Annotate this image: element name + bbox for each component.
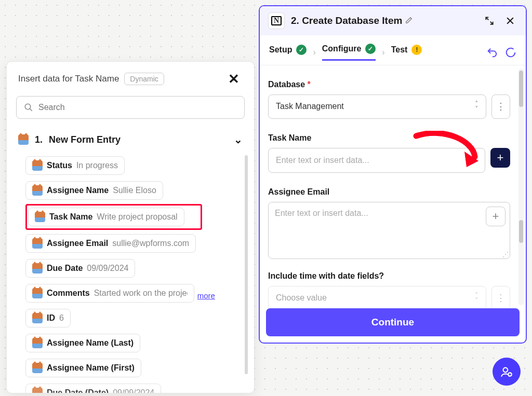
scrollbar-thumb[interactable] bbox=[519, 220, 523, 243]
expand-icon[interactable] bbox=[482, 16, 497, 26]
wpforms-icon bbox=[32, 363, 43, 373]
step-setup[interactable]: Setup ✓ bbox=[269, 45, 307, 60]
wpforms-icon bbox=[32, 238, 43, 249]
assignee-email-placeholder: Enter text or insert data... bbox=[275, 209, 368, 217]
field-chip-task-name[interactable]: Task NameWrite project proposal bbox=[28, 208, 184, 226]
step-label: Setup bbox=[269, 45, 292, 54]
resize-handle-icon[interactable]: ⋰ bbox=[502, 252, 508, 256]
wpforms-icon bbox=[32, 160, 43, 171]
wpforms-icon bbox=[18, 134, 29, 145]
field-name: Assignee Name (Last) bbox=[47, 338, 134, 348]
field-value: Sullie Eloso bbox=[113, 186, 156, 195]
scrollbar-thumb[interactable] bbox=[519, 71, 523, 107]
config-title: 2. Create Database Item bbox=[291, 15, 476, 26]
wpforms-icon bbox=[35, 212, 45, 222]
field-chip-comments[interactable]: CommentsStarted work on the project bbox=[25, 284, 194, 303]
continue-button[interactable]: Continue bbox=[266, 308, 520, 336]
configure-step-panel: N 2. Create Database Item Setup ✓ › Conf… bbox=[259, 5, 527, 344]
step-label: Configure bbox=[322, 44, 362, 53]
database-options-button[interactable]: ⋮ bbox=[491, 94, 510, 119]
step-label: Test bbox=[391, 45, 408, 54]
field-value: Started work on the project bbox=[94, 289, 188, 298]
wpforms-icon bbox=[32, 263, 43, 274]
field-chip-due-date[interactable]: Due Date09/09/2024 bbox=[25, 259, 135, 278]
svg-line-1 bbox=[30, 108, 32, 111]
field-chip-assignee-last[interactable]: Assignee Name (Last) bbox=[25, 334, 140, 352]
database-select[interactable]: Task Management ˄˅ bbox=[268, 94, 486, 119]
config-body: Database * Task Management ˄˅ ⋮ Task Nam… bbox=[260, 65, 526, 308]
close-icon[interactable] bbox=[503, 16, 517, 26]
assignee-email-label: Assignee Email bbox=[268, 187, 510, 197]
insert-panel-header: Insert data for Task Name Dynamic ✕ bbox=[7, 62, 254, 93]
field-name: Due Date (Date) bbox=[47, 388, 109, 393]
database-label: Database * bbox=[268, 80, 510, 89]
edit-pencil-icon[interactable] bbox=[405, 17, 413, 25]
field-chip-id[interactable]: ID6 bbox=[25, 309, 71, 327]
fields-list: StatusIn progress Assignee NameSullie El… bbox=[7, 153, 254, 393]
scrollbar-track[interactable] bbox=[518, 69, 524, 305]
step-test[interactable]: Test ! bbox=[391, 45, 422, 60]
config-step-title: Create Database Item bbox=[302, 15, 402, 26]
config-step-number: 2. bbox=[291, 15, 299, 26]
field-chip-assignee-name[interactable]: Assignee NameSullie Eloso bbox=[25, 181, 163, 200]
field-name: Assignee Email bbox=[47, 239, 108, 248]
help-fab-button[interactable] bbox=[493, 358, 521, 386]
config-form: Database * Task Management ˄˅ ⋮ Task Nam… bbox=[260, 65, 526, 308]
field-chip-status[interactable]: StatusIn progress bbox=[25, 156, 125, 175]
field-chip-due-date-date[interactable]: Due Date (Date)09/09/2024 bbox=[25, 384, 161, 393]
insert-data-panel: Insert data for Task Name Dynamic ✕ 1. N… bbox=[6, 61, 255, 393]
field-name: Assignee Name (First) bbox=[47, 363, 135, 373]
refresh-icon[interactable] bbox=[505, 47, 516, 58]
field-chip-assignee-first[interactable]: Assignee Name (First) bbox=[25, 359, 141, 377]
include-time-placeholder: Choose value bbox=[276, 293, 327, 303]
field-value: sullie@wpforms.com bbox=[112, 239, 189, 248]
highlighted-field: Task NameWrite project proposal bbox=[25, 204, 202, 230]
search-input-box[interactable] bbox=[16, 96, 245, 119]
wpforms-icon bbox=[32, 288, 43, 298]
chat-help-icon bbox=[500, 365, 513, 378]
field-group-header[interactable]: 1. New Form Entry ⌄ bbox=[7, 128, 254, 153]
assignee-email-input[interactable]: Enter text or insert data... + ⋰ bbox=[268, 202, 510, 259]
chevron-down-icon: ⌄ bbox=[234, 133, 243, 146]
check-icon: ✓ bbox=[296, 45, 307, 55]
dynamic-badge[interactable]: Dynamic bbox=[124, 73, 164, 85]
check-icon: ✓ bbox=[365, 44, 376, 54]
field-value: 6 bbox=[59, 313, 64, 323]
field-name: ID bbox=[47, 313, 55, 323]
select-caret-icon: ˄˅ bbox=[475, 293, 478, 304]
step-configure[interactable]: Configure ✓ bbox=[322, 44, 376, 61]
field-chip-assignee-email[interactable]: Assignee Emailsullie@wpforms.com bbox=[25, 234, 196, 253]
include-time-label: Include time with date fields? bbox=[268, 271, 510, 281]
steps-bar: Setup ✓ › Configure ✓ › Test ! bbox=[260, 35, 526, 65]
field-value: Write project proposal bbox=[97, 212, 177, 222]
wpforms-icon bbox=[32, 185, 43, 196]
include-time-select[interactable]: Choose value ˄˅ bbox=[268, 286, 486, 308]
wpforms-icon bbox=[32, 388, 43, 393]
field-value: 09/09/2024 bbox=[87, 264, 128, 273]
field-name: Due Date bbox=[47, 264, 83, 273]
insert-data-button[interactable]: + bbox=[490, 148, 510, 168]
field-name: Comments bbox=[47, 289, 90, 298]
field-name: Task Name bbox=[49, 212, 92, 222]
config-header: N 2. Create Database Item bbox=[260, 6, 526, 35]
select-caret-icon: ˄˅ bbox=[475, 101, 478, 112]
wpforms-icon bbox=[32, 338, 43, 348]
field-value: In progress bbox=[76, 161, 118, 170]
warn-icon: ! bbox=[411, 45, 422, 55]
group-index: 1. bbox=[35, 134, 43, 145]
close-icon[interactable]: ✕ bbox=[225, 71, 243, 87]
database-value: Task Management bbox=[276, 102, 344, 111]
svg-point-4 bbox=[503, 367, 508, 372]
search-input[interactable] bbox=[38, 103, 237, 112]
undo-icon[interactable] bbox=[486, 47, 498, 58]
group-label: New Form Entry bbox=[49, 134, 121, 145]
more-link[interactable]: more bbox=[197, 291, 215, 300]
task-name-input[interactable]: Enter text or insert data... bbox=[268, 148, 485, 173]
task-name-label: Task Name bbox=[268, 133, 510, 143]
insert-panel-title: Insert data for Task Name bbox=[18, 74, 119, 84]
include-time-options-button[interactable]: ⋮ bbox=[491, 286, 510, 308]
chevron-right-icon: › bbox=[312, 48, 316, 57]
search-wrap bbox=[16, 96, 245, 119]
search-icon bbox=[24, 103, 33, 112]
insert-data-button-light[interactable]: + bbox=[486, 207, 506, 226]
